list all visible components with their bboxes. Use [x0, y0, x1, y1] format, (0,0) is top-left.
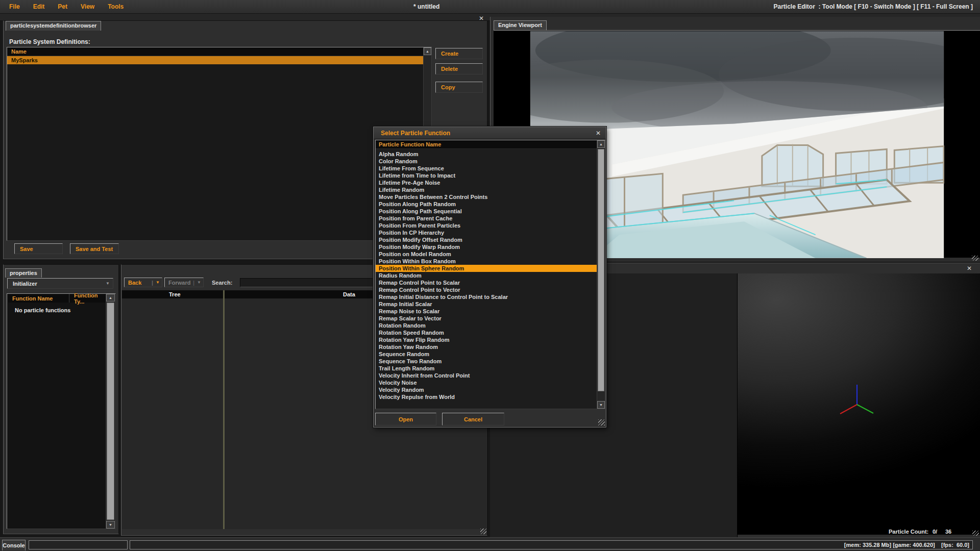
particle-function-item[interactable]: Remap Initial Scalar: [376, 300, 597, 308]
particle-function-item[interactable]: Position Along Path Sequential: [376, 208, 597, 215]
particle-function-item[interactable]: Lifetime Pre-Age Noise: [376, 179, 597, 186]
cancel-button[interactable]: Cancel: [442, 413, 504, 425]
particle-function-item[interactable]: Remap Control Point to Vector: [376, 286, 597, 293]
menu-item-view[interactable]: View: [81, 3, 94, 10]
preview-dock-close-icon[interactable]: ✕: [967, 265, 972, 271]
definitions-column-name[interactable]: Name: [7, 47, 423, 56]
dialog-scrollbar[interactable]: ▲ ▼: [597, 140, 605, 409]
definition-row[interactable]: MySparks: [7, 56, 423, 64]
menu-items: FileEditPetViewTools: [9, 3, 124, 10]
particle-count-current: 0/: [933, 529, 937, 535]
particle-editor-screen: FileEditPetViewTools * untitled Particle…: [0, 0, 980, 551]
particle-function-item[interactable]: Radius Random: [376, 272, 597, 279]
particle-preview-viewport[interactable]: Particle Count: 0/ 36: [738, 273, 980, 535]
particle-function-item[interactable]: Position Modify Warp Random: [376, 243, 597, 251]
definition-browser-close-icon[interactable]: ✕: [479, 15, 484, 21]
menu-item-edit[interactable]: Edit: [33, 3, 45, 10]
particle-function-item[interactable]: Velocity Inherit from Control Point: [376, 372, 597, 379]
function-list-scrollbar[interactable]: ▲ ▼: [106, 294, 115, 529]
function-stage-value: Initializer: [13, 281, 37, 287]
dropdown-arrow-icon: ▼: [106, 281, 110, 286]
particle-function-item[interactable]: Position From Parent Particles: [376, 222, 597, 229]
particle-function-item[interactable]: Lifetime Random: [376, 186, 597, 193]
definitions-heading: Particle System Definitions:: [9, 38, 90, 45]
particle-function-name-column[interactable]: Particle Function Name: [376, 140, 597, 149]
dialog-close-icon[interactable]: ✕: [596, 130, 601, 137]
particle-function-item[interactable]: Rotation Random: [376, 322, 597, 329]
document-title: * untitled: [413, 3, 439, 10]
function-list: Function Name Function Ty... No particle…: [7, 293, 116, 529]
console-tab[interactable]: Console: [2, 540, 26, 550]
function-name-column[interactable]: Function Name: [8, 294, 69, 303]
particle-function-item[interactable]: Position Modify Offset Random: [376, 236, 597, 243]
delete-button[interactable]: Delete: [435, 63, 483, 74]
particle-function-item[interactable]: Position Within Sphere Random: [376, 265, 597, 272]
particle-function-item[interactable]: Velocity Noise: [376, 379, 597, 386]
tree-column-divider[interactable]: [223, 290, 225, 529]
particle-function-item[interactable]: Remap Control Point to Scalar: [376, 279, 597, 286]
particle-function-item[interactable]: Remap Noise to Scalar: [376, 308, 597, 315]
particle-function-item[interactable]: Velocity Repulse from World: [376, 393, 597, 400]
particle-function-item[interactable]: Position on Model Random: [376, 251, 597, 258]
save-button[interactable]: Save: [14, 243, 63, 254]
back-button[interactable]: Back | ▼: [124, 278, 162, 287]
forward-dropdown-icon[interactable]: ▼: [197, 280, 201, 285]
forward-label: Forward: [168, 280, 190, 286]
dialog-resize-grip[interactable]: [598, 419, 605, 425]
particle-function-item[interactable]: Lifetime from Time to Impact: [376, 172, 597, 179]
particle-function-item[interactable]: Position Along Path Random: [376, 201, 597, 208]
preview-window-resize-grip[interactable]: [972, 531, 979, 536]
particle-count-label: Particle Count:: [889, 529, 928, 535]
particle-function-item[interactable]: Remap Initial Distance to Control Point …: [376, 293, 597, 300]
menu-item-tools[interactable]: Tools: [108, 3, 124, 10]
function-list-scroll-thumb[interactable]: [107, 303, 114, 520]
back-dropdown-icon[interactable]: ▼: [156, 280, 160, 285]
function-type-column[interactable]: Function Ty...: [70, 294, 106, 303]
save-and-test-button[interactable]: Save and Test: [70, 243, 119, 254]
scroll-down-icon[interactable]: ▼: [597, 401, 605, 409]
definition-browser-tab[interactable]: particlesystemdefinitionbrowser: [6, 21, 101, 31]
scroll-up-icon[interactable]: ▲: [106, 294, 115, 302]
menu-item-file[interactable]: File: [9, 3, 20, 10]
particle-function-item[interactable]: Alpha Random: [376, 151, 597, 158]
particle-function-item[interactable]: Lifetime From Sequence: [376, 165, 597, 172]
dialog-scroll-thumb[interactable]: [598, 149, 604, 391]
data-column[interactable]: Data: [343, 291, 355, 297]
particle-function-item[interactable]: Sequence Two Random: [376, 358, 597, 365]
no-functions-text: No particle functions: [15, 307, 70, 313]
forward-button[interactable]: Forward | ▼: [164, 278, 204, 287]
tree-window-resize-grip[interactable]: [480, 529, 486, 534]
menu-item-pet[interactable]: Pet: [58, 3, 67, 10]
particle-function-item[interactable]: Rotation Yaw Random: [376, 343, 597, 350]
scroll-up-icon[interactable]: ▲: [597, 140, 605, 148]
particle-function-item[interactable]: Velocity Random: [376, 386, 597, 393]
definitions-list: Name MySparks ▲ ▼: [7, 47, 432, 241]
tree-column[interactable]: Tree: [169, 291, 181, 297]
engine-viewport-tab[interactable]: Engine Viewport: [494, 20, 547, 30]
status-bar: Console [mem: 335.28 Mb] [game: 400.620]…: [0, 537, 980, 551]
particle-count-max: 36: [945, 529, 951, 535]
properties-tab[interactable]: properties: [5, 268, 42, 278]
open-button[interactable]: Open: [375, 413, 436, 425]
particle-function-item[interactable]: Rotation Speed Random: [376, 329, 597, 336]
particle-function-listbox: Particle Function Name Alpha RandomColor…: [375, 140, 605, 409]
particle-function-item[interactable]: Rotation Yaw Flip Random: [376, 336, 597, 343]
particle-function-item[interactable]: Color Random: [376, 158, 597, 165]
copy-button[interactable]: Copy: [435, 82, 483, 93]
create-button[interactable]: Create: [435, 48, 483, 59]
scroll-up-icon[interactable]: ▲: [424, 47, 431, 55]
particle-function-item[interactable]: Trail Length Random: [376, 365, 597, 372]
back-label: Back: [128, 280, 141, 286]
particle-function-item[interactable]: Position from Parent Cache: [376, 215, 597, 222]
scroll-down-icon[interactable]: ▼: [106, 521, 115, 529]
particle-function-item[interactable]: Move Particles Between 2 Control Points: [376, 193, 597, 201]
particle-function-item[interactable]: Remap Scalar to Vector: [376, 315, 597, 322]
function-stage-dropdown[interactable]: Initializer ▼: [7, 278, 113, 289]
particle-function-item[interactable]: Position In CP Hierarchy: [376, 229, 597, 236]
particle-function-list: Alpha RandomColor RandomLifetime From Se…: [376, 151, 597, 400]
particle-function-item[interactable]: Sequence Random: [376, 350, 597, 358]
particle-function-item[interactable]: Position Within Box Random: [376, 258, 597, 265]
engine-viewport-resize-grip[interactable]: [972, 256, 978, 261]
status-stats: [mem: 335.28 Mb] [game: 400.620] [fps: 6…: [844, 542, 969, 548]
status-field-right: [mem: 335.28 Mb] [game: 400.620] [fps: 6…: [130, 540, 973, 549]
